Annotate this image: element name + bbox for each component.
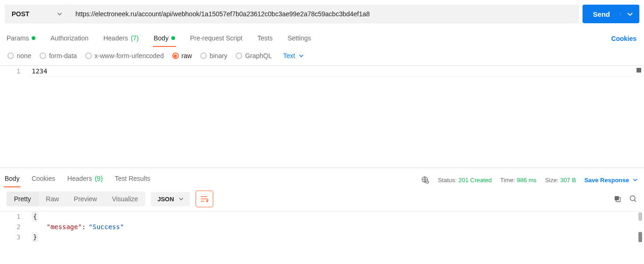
body-type-none[interactable]: none — [7, 52, 31, 59]
radio-icon — [7, 53, 14, 59]
response-view-tabs: Pretty Raw Preview Visualize — [7, 191, 145, 206]
line-number: 3 — [0, 232, 28, 242]
http-method-select[interactable]: POST — [5, 5, 69, 23]
save-response-button[interactable]: Save Response — [584, 177, 637, 184]
editor-line: "message" : "Success" — [28, 222, 644, 232]
view-raw[interactable]: Raw — [39, 191, 67, 206]
view-preview[interactable]: Preview — [67, 191, 105, 206]
response-tabs: Body Cookies Headers (9) Test Results — [4, 173, 151, 187]
body-type-graphql[interactable]: GraphQL — [236, 52, 272, 59]
line-number: 1 — [0, 211, 28, 222]
tab-headers[interactable]: Headers (7) — [102, 31, 140, 46]
body-type-raw[interactable]: raw — [172, 52, 192, 59]
chevron-down-icon — [299, 54, 304, 57]
view-pretty[interactable]: Pretty — [7, 191, 39, 206]
editor-line: 1234 — [28, 66, 644, 77]
body-type-x-www-form-urlencoded[interactable]: x-www-form-urlencoded — [85, 52, 164, 59]
response-body-editor[interactable]: 1 { 2 "message" : "Success" 3 } — [0, 211, 644, 242]
radio-icon — [236, 53, 242, 59]
tab-params[interactable]: Params — [6, 31, 36, 46]
response-time: 986 ms — [517, 177, 537, 184]
status-dot-icon — [171, 36, 175, 40]
cookies-link[interactable]: Cookies — [610, 31, 638, 46]
http-method-label: POST — [12, 10, 29, 18]
body-type-form-data[interactable]: form-data — [40, 52, 77, 59]
search-icon[interactable] — [629, 195, 637, 203]
response-meta: Status: 201 Created Time: 986 ms Size: 3… — [421, 176, 637, 184]
editor-marker-icon — [637, 68, 641, 73]
tab-body[interactable]: Body — [153, 31, 176, 46]
request-tabs: Params Authorization Headers (7) Body Pr… — [6, 31, 312, 46]
editor-line: } — [28, 232, 644, 242]
tab-pre-request-script[interactable]: Pre-request Script — [189, 31, 244, 46]
url-input[interactable]: https://electroneek.ru/account/api/webho… — [69, 5, 579, 23]
response-tab-body[interactable]: Body — [4, 173, 20, 187]
radio-icon — [40, 53, 46, 59]
response-tab-cookies[interactable]: Cookies — [31, 173, 56, 187]
globe-icon[interactable] — [421, 176, 429, 184]
radio-icon — [85, 53, 92, 59]
scrollbar[interactable] — [638, 212, 642, 221]
tab-authorization[interactable]: Authorization — [49, 31, 89, 46]
response-format-select[interactable]: JSON — [151, 192, 190, 206]
wrap-lines-button[interactable] — [196, 191, 213, 207]
status-dot-icon — [32, 36, 35, 40]
send-button-label: Send — [583, 10, 620, 18]
chevron-down-icon — [57, 13, 62, 15]
body-type-binary[interactable]: binary — [200, 52, 227, 59]
tab-tests[interactable]: Tests — [257, 31, 274, 46]
body-subtype-select[interactable]: Text — [283, 52, 304, 59]
editor-line: { — [28, 211, 644, 222]
response-status: 201 Created — [459, 177, 492, 184]
send-split-button[interactable] — [620, 13, 639, 16]
response-tab-headers[interactable]: Headers (9) — [67, 173, 104, 187]
line-number: 2 — [0, 222, 28, 232]
request-body-editor[interactable]: 1 1234 — [0, 66, 644, 168]
url-text: https://electroneek.ru/account/api/webho… — [75, 10, 370, 18]
scrollbar[interactable] — [638, 232, 642, 242]
svg-rect-3 — [615, 196, 619, 200]
radio-icon — [172, 53, 179, 59]
copy-icon[interactable] — [613, 195, 622, 203]
response-size: 307 B — [560, 177, 576, 184]
svg-point-4 — [630, 196, 635, 201]
body-type-row: none form-data x-www-form-urlencoded raw… — [0, 46, 644, 66]
view-visualize[interactable]: Visualize — [104, 191, 145, 206]
tab-settings[interactable]: Settings — [286, 31, 312, 46]
send-button[interactable]: Send — [583, 5, 639, 23]
response-tab-test-results[interactable]: Test Results — [114, 173, 151, 187]
radio-icon — [200, 53, 207, 59]
line-number: 1 — [0, 66, 28, 77]
